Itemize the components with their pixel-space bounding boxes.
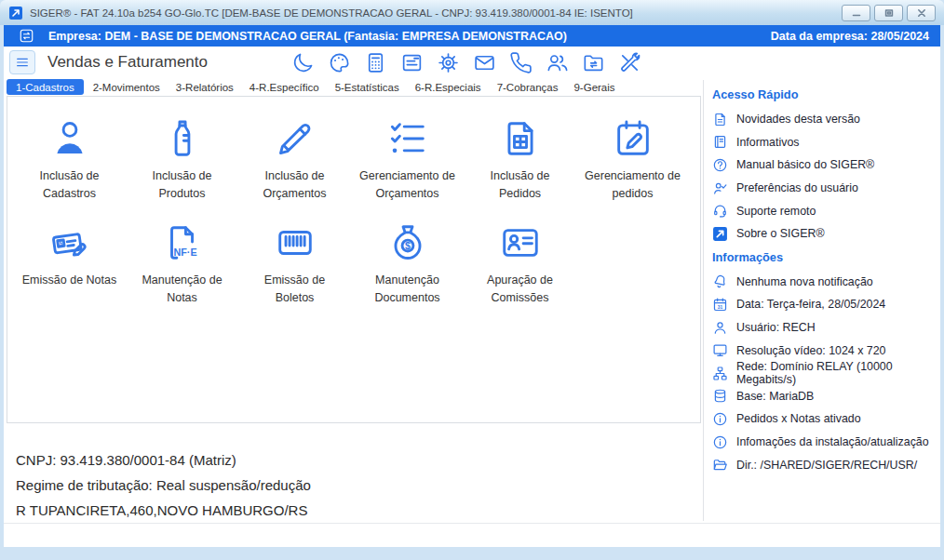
bell-icon	[712, 273, 728, 289]
shortcut-inclusao-cadastros[interactable]: Inclusão de Cadastros	[13, 106, 126, 210]
shortcut-emissao-boletos[interactable]: Emissão de Boletos	[238, 210, 351, 314]
calendar-31-icon	[712, 297, 728, 313]
shortcut-manutencao-notas[interactable]: Manutenção de Notas	[126, 210, 238, 314]
document-grid-icon	[499, 115, 542, 160]
menu-button[interactable]	[9, 50, 35, 74]
info-item-label: Dir.: /SHARED/SIGER/RECH/USR/	[736, 459, 917, 472]
quick-item-sobre[interactable]: Sobre o SIGER®	[712, 222, 938, 246]
sidebar: Acesso Rápido Novidades desta versão Inf…	[703, 80, 938, 521]
user-icon	[712, 320, 728, 336]
window-title: SIGER® - FAT 24.10a b254 GO-Glo.TC [DEM-…	[30, 7, 633, 19]
tab-cadastros[interactable]: 1-Cadastros	[7, 79, 84, 95]
tab-cobrancas[interactable]: 7-Cobranças	[491, 80, 565, 95]
folder-sync-icon[interactable]	[582, 51, 605, 74]
shortcut-apuracao-comissoes[interactable]: Apuração de Comissões	[464, 210, 576, 314]
company-cnpj: CNPJ: 93.419.380/0001-84 (Matriz)	[16, 447, 311, 473]
tab-bar: 1-Cadastros 2-Movimentos 3-Relatórios 4-…	[7, 78, 622, 96]
shortcut-emissao-notas[interactable]: Emissão de Notas	[13, 210, 126, 314]
quick-item-preferencias[interactable]: Preferências do usuário	[712, 177, 938, 200]
quick-access-title: Acesso Rápido	[712, 87, 938, 101]
envelope-icon[interactable]	[473, 51, 496, 74]
hamburger-icon	[14, 55, 31, 70]
toolbar-icons	[291, 51, 641, 74]
shortcut-label: Manutenção de Notas	[133, 272, 232, 307]
siger-app-icon	[8, 6, 23, 20]
info-item-label: Data: Terça-feira, 28/05/2024	[736, 298, 885, 311]
tools-icon[interactable]	[618, 51, 641, 74]
info-item-label: Resolução vídeo: 1024 x 720	[736, 344, 886, 357]
nfe-document-icon	[161, 220, 204, 264]
shortcut-grid: Inclusão de Cadastros Inclusão de Produt…	[7, 97, 700, 314]
tab-r-especiais[interactable]: 6-R.Especiais	[409, 80, 488, 95]
folder-open-icon	[712, 457, 728, 473]
info-item-diretorio: Dir.: /SHARED/SIGER/RECH/USR/	[712, 453, 938, 476]
module-title: Vendas e Faturamento	[47, 53, 291, 72]
info-item-rede: Rede: Domínio RELAY (10000 Megabits/s)	[712, 362, 938, 385]
quick-item-suporte[interactable]: Suporte remoto	[712, 199, 938, 222]
tab-gerais[interactable]: 9-Gerais	[567, 80, 621, 95]
siger-window: { "window": { "title": "SIGER® - FAT 24.…	[0, 0, 944, 560]
shortcut-label: Inclusão de Pedidos	[471, 167, 570, 203]
info-circle-icon	[712, 411, 728, 427]
shortcut-label: Emissão de Notas	[20, 272, 119, 289]
form-window-icon[interactable]	[400, 51, 424, 74]
info-panel-title: Informações	[712, 250, 938, 264]
info-item-label: Base: MariaDB	[736, 390, 814, 403]
shortcut-inclusao-produtos[interactable]: Inclusão de Produtos	[126, 106, 238, 210]
shortcut-label: Gerenciamento de pedidos	[584, 167, 682, 203]
window-controls	[842, 5, 936, 21]
quick-item-manual[interactable]: Manual básico do SIGER®	[712, 153, 938, 177]
users-icon[interactable]	[546, 51, 569, 74]
id-card-icon	[499, 220, 542, 264]
barcode-icon	[274, 220, 317, 264]
tab-relatorios[interactable]: 3-Relatórios	[169, 80, 240, 95]
info-item-label: Infomações da instalação/atualização	[736, 435, 929, 448]
shortcut-inclusao-pedidos[interactable]: Inclusão de Pedidos	[464, 106, 576, 210]
info-item-data: Data: Terça-feira, 28/05/2024	[712, 293, 938, 316]
palette-icon[interactable]	[328, 51, 351, 74]
shortcut-gerenciamento-orcamentos[interactable]: Gerenciamento de Orçamentos	[351, 106, 464, 210]
quick-item-label: Suporte remoto	[736, 205, 816, 218]
tab-r-especifico[interactable]: 4-R.Específico	[243, 80, 326, 95]
info-item-resolucao: Resolução vídeo: 1024 x 720	[712, 339, 938, 362]
info-item-usuario: Usuário: RECH	[712, 316, 938, 340]
info-item-label: Rede: Domínio RELAY (10000 Megabits/s)	[736, 360, 938, 386]
shortcut-manutencao-documentos[interactable]: Manutenção Documentos	[351, 210, 464, 314]
note-edit-icon	[48, 220, 91, 264]
status-bar-divider	[4, 523, 940, 524]
quick-item-informativos[interactable]: Informativos	[712, 131, 938, 154]
minimize-button[interactable]	[842, 5, 870, 21]
network-icon	[712, 366, 728, 381]
tab-movimentos[interactable]: 2-Movimentos	[87, 80, 167, 95]
checklist-icon	[386, 115, 429, 160]
tab-estatisticas[interactable]: 5-Estatísticas	[329, 80, 406, 95]
quick-item-label: Sobre o SIGER®	[736, 227, 825, 240]
info-item-instalacao[interactable]: Infomações da instalação/atualização	[712, 431, 938, 454]
calculator-icon[interactable]	[364, 51, 387, 74]
shortcut-inclusao-orcamentos[interactable]: Inclusão de Orçamentos	[238, 106, 351, 210]
pencil-icon	[274, 115, 317, 160]
calendar-edit-icon	[612, 115, 654, 160]
shortcut-label: Inclusão de Produtos	[133, 167, 232, 203]
shortcut-label: Gerenciamento de Orçamentos	[358, 167, 457, 203]
book-icon	[712, 134, 728, 150]
moon-icon[interactable]	[291, 51, 315, 74]
shortcut-gerenciamento-pedidos[interactable]: Gerenciamento de pedidos	[576, 106, 689, 210]
shortcut-label: Manutenção Documentos	[358, 272, 457, 307]
siger-logo-icon	[712, 226, 728, 242]
restore-button[interactable]	[874, 5, 903, 21]
close-button[interactable]	[907, 5, 936, 21]
info-item-label: Pedidos x Notas ativado	[736, 412, 861, 425]
shortcut-label: Apuração de Comissões	[471, 272, 570, 307]
phone-icon[interactable]	[509, 51, 533, 74]
person-icon	[48, 115, 91, 160]
shortcut-label: Inclusão de Cadastros	[20, 167, 119, 203]
bottle-icon	[161, 115, 204, 160]
info-item-base: Base: MariaDB	[712, 385, 938, 408]
quick-item-label: Manual básico do SIGER®	[736, 158, 874, 171]
quick-item-novidades[interactable]: Novidades desta versão	[712, 108, 938, 131]
shortcut-label: Emissão de Boletos	[246, 272, 344, 307]
swap-arrows-icon[interactable]	[19, 28, 34, 44]
info-circle-icon	[712, 434, 728, 450]
gear-icon[interactable]	[437, 51, 460, 74]
